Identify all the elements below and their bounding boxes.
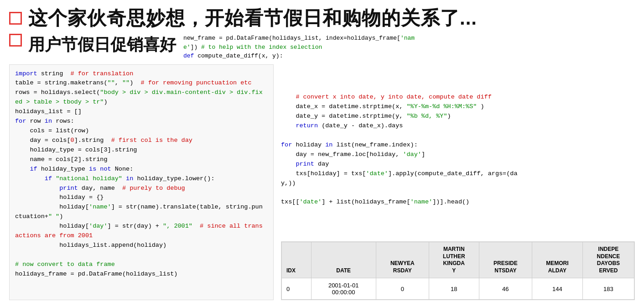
subtitle-row: 用户节假日促销喜好 new_frame = pd.DataFrame(holid…: [9, 34, 635, 61]
cell-presidents: 46: [479, 278, 532, 300]
title-row: 这个家伙奇思妙想，开始看节假日和购物的关系了...: [9, 5, 635, 31]
col-header-idx: IDX: [282, 242, 312, 278]
col-header-presidents: PRESIDENTSDAY: [479, 242, 532, 278]
table-row: 0 2001-01-0100:00:00 0 18 46 144 183: [282, 278, 634, 300]
col-header-newyears: NEWYEARSDAY: [376, 242, 429, 278]
cell-mlk: 18: [429, 278, 479, 300]
table-section: IDX DATE NEWYEARSDAY MARTINLUTHERKINGDAY…: [281, 241, 635, 300]
page-container: 这个家伙奇思妙想，开始看节假日和购物的关系了... 用户节假日促销喜好 new_…: [0, 0, 644, 302]
cell-independence: 183: [582, 278, 634, 300]
data-table: IDX DATE NEWYEARSDAY MARTINLUTHERKINGDAY…: [281, 242, 634, 300]
checkbox-icon-2: [9, 34, 22, 47]
cell-memorial: 144: [532, 278, 582, 300]
right-section: # convert x into date, y into date, comp…: [281, 64, 635, 301]
cell-newyears: 0: [376, 278, 429, 300]
page-subtitle: 用户节假日促销喜好: [28, 34, 176, 56]
page-title: 这个家伙奇思妙想，开始看节假日和购物的关系了...: [28, 5, 477, 31]
col-header-date: DATE: [311, 242, 376, 278]
table-header-row: IDX DATE NEWYEARSDAY MARTINLUTHERKINGDAY…: [282, 242, 634, 278]
col-header-mlk: MARTINLUTHERKINGDAY: [429, 242, 479, 278]
main-content: import string # for translation table = …: [0, 64, 644, 302]
cell-idx: 0: [282, 278, 312, 300]
checkbox-icon-1: [9, 12, 22, 25]
cell-date: 2001-01-0100:00:00: [311, 278, 376, 300]
code-block-right: # convert x into date, y into date, comp…: [281, 64, 635, 239]
inline-code-snippet: new_frame = pd.DataFrame(holidays_list, …: [183, 34, 415, 61]
header-section: 这个家伙奇思妙想，开始看节假日和购物的关系了... 用户节假日促销喜好 new_…: [0, 0, 644, 64]
col-header-memorial: MEMORIALDAY: [532, 242, 582, 278]
code-block-left: import string # for translation table = …: [9, 64, 274, 301]
col-header-independence: INDEPENDENCEDAYOBSERVED: [582, 242, 634, 278]
